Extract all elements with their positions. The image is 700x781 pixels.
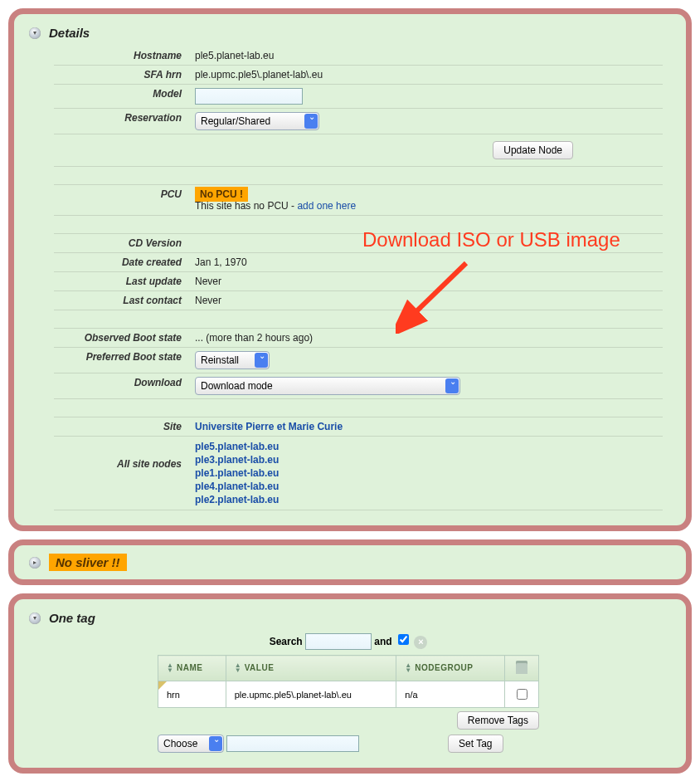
- collapse-icon[interactable]: ▾: [29, 27, 41, 39]
- pcu-label: PCU: [54, 188, 195, 212]
- table-row: hrn ple.upmc.ple5\.planet-lab\.eu n/a: [158, 681, 539, 708]
- node-link[interactable]: ple2.planet-lab.eu: [195, 494, 279, 505]
- sliver-title: No sliver !!: [49, 554, 127, 571]
- datecreated-value: Jan 1, 1970: [195, 256, 663, 268]
- tag-group: n/a: [396, 681, 505, 708]
- hostname-label: Hostname: [54, 50, 195, 61]
- node-list: ple5.planet-lab.eu ple3.planet-lab.eu pl…: [195, 440, 663, 506]
- choose-select[interactable]: Choose: [158, 735, 224, 753]
- lastupdate-value: Never: [195, 276, 663, 287]
- site-link[interactable]: Universite Pierre et Marie Curie: [195, 421, 343, 432]
- set-tag-button[interactable]: Set Tag: [448, 735, 503, 753]
- download-select[interactable]: Download mode: [195, 377, 460, 395]
- tag-name: hrn: [167, 690, 180, 700]
- col-name[interactable]: ▲▼NAME: [158, 656, 226, 681]
- col-delete: [505, 656, 539, 681]
- observed-label: Observed Boot state: [54, 332, 195, 344]
- col-value[interactable]: ▲▼VALUE: [226, 656, 396, 681]
- tag-value: ple.upmc.ple5\.planet-lab\.eu: [226, 681, 396, 708]
- site-label: Site: [54, 421, 195, 432]
- tags-title: One tag: [49, 611, 95, 625]
- cdversion-label: CD Version: [54, 237, 195, 249]
- observed-value: ... (more than 2 hours ago): [195, 332, 663, 344]
- search-label: Search: [270, 636, 303, 647]
- sfa-value: ple.upmc.ple5\.planet-lab\.eu: [195, 69, 663, 81]
- model-input[interactable]: [195, 88, 303, 105]
- cdversion-value: [195, 237, 663, 249]
- preferred-boot-select[interactable]: Reinstall: [195, 351, 270, 369]
- expand-icon[interactable]: ▸: [29, 557, 41, 569]
- preferred-label: Preferred Boot state: [54, 351, 195, 369]
- datecreated-label: Date created: [54, 256, 195, 268]
- reservation-select[interactable]: Regular/Shared: [195, 112, 319, 130]
- sfa-label: SFA hrn: [54, 69, 195, 81]
- remove-tags-button[interactable]: Remove Tags: [457, 711, 539, 730]
- clear-icon[interactable]: ×: [414, 636, 427, 649]
- model-label: Model: [54, 88, 195, 105]
- tags-table: ▲▼NAME ▲▼VALUE ▲▼NODEGROUP hrn ple.upmc.…: [158, 655, 539, 708]
- pcu-text: This site has no PCU -: [195, 200, 297, 212]
- reservation-label: Reservation: [54, 112, 195, 130]
- download-label: Download: [54, 377, 195, 395]
- sliver-panel: ▸ No sliver !!: [8, 539, 692, 585]
- allnodes-label: All site nodes: [54, 440, 195, 506]
- node-link[interactable]: ple5.planet-lab.eu: [195, 441, 279, 452]
- and-label: and: [374, 636, 391, 647]
- col-group[interactable]: ▲▼NODEGROUP: [396, 656, 505, 681]
- hostname-value: ple5.planet-lab.eu: [195, 50, 663, 61]
- and-checkbox[interactable]: [398, 634, 409, 645]
- collapse-icon[interactable]: ▾: [29, 613, 41, 624]
- trash-icon: [516, 661, 527, 674]
- tag-value-input[interactable]: [226, 735, 359, 752]
- node-link[interactable]: ple1.planet-lab.eu: [195, 467, 279, 479]
- node-link[interactable]: ple3.planet-lab.eu: [195, 454, 279, 466]
- search-input[interactable]: [305, 633, 372, 650]
- row-checkbox[interactable]: [517, 689, 527, 700]
- add-pcu-link[interactable]: add one here: [297, 200, 356, 212]
- details-panel: ▾ Details Hostname ple5.planet-lab.eu SF…: [8, 8, 692, 531]
- lastcontact-value: Never: [195, 295, 663, 306]
- node-link[interactable]: ple4.planet-lab.eu: [195, 481, 279, 492]
- details-title: Details: [49, 26, 90, 40]
- tags-panel: ▾ One tag Search and × ▲▼NAME ▲▼VALUE ▲▼…: [8, 593, 692, 774]
- update-node-button[interactable]: Update Node: [493, 141, 573, 159]
- lastupdate-label: Last update: [54, 276, 195, 287]
- lastcontact-label: Last contact: [54, 295, 195, 306]
